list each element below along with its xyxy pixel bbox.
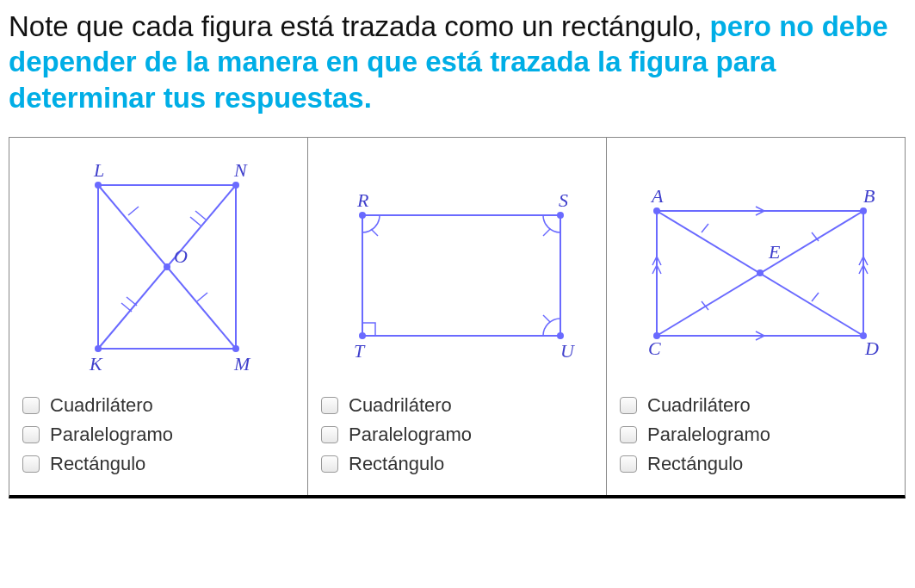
fig3-option-label-1: Paralelogramo: [647, 424, 770, 446]
fig2-option-label-1: Paralelogramo: [349, 424, 472, 446]
fig2-option-rectangulo: Rectángulo: [321, 453, 593, 475]
fig2-option-paralelogramo: Paralelogramo: [321, 424, 593, 446]
svg-line-7: [127, 297, 137, 306]
svg-point-30: [860, 207, 867, 214]
fig2-checkbox-rectangulo[interactable]: [321, 455, 338, 473]
fig2-checkbox-cuadrilatero[interactable]: [321, 397, 338, 414]
figure-2-canvas: R S T U: [321, 146, 593, 387]
svg-line-3: [128, 207, 139, 215]
figures-panel: L N K M O Cuadrilátero Paralelogramo: [9, 137, 906, 498]
fig3-checkbox-paralelogramo[interactable]: [620, 426, 637, 443]
fig3-label-D: D: [864, 337, 879, 359]
fig2-option-label-0: Cuadrilátero: [349, 394, 452, 417]
fig3-label-B: B: [863, 185, 875, 207]
svg-point-12: [232, 345, 239, 352]
fig1-option-label-0: Cuadrilátero: [50, 394, 153, 417]
svg-point-29: [653, 207, 660, 214]
instruction-plain: Note que cada figura está trazada como u…: [9, 10, 710, 42]
svg-line-6: [190, 217, 201, 226]
fig3-checkbox-cuadrilatero[interactable]: [620, 397, 637, 414]
figure-3-svg: A B C D E: [622, 164, 889, 370]
fig3-label-E: E: [768, 241, 781, 263]
svg-rect-14: [362, 215, 560, 336]
fig2-label-R: R: [356, 189, 369, 211]
figure-cell-2: R S T U Cuadrilátero Paralelogramo Rect: [308, 138, 607, 495]
svg-point-9: [95, 182, 102, 189]
fig3-label-C: C: [648, 337, 661, 359]
svg-line-5: [195, 211, 206, 220]
fig3-option-cuadrilatero: Cuadrilátero: [620, 394, 892, 417]
svg-point-10: [232, 182, 239, 189]
fig1-label-N: N: [233, 159, 248, 181]
fig3-option-rectangulo: Rectángulo: [620, 453, 892, 475]
svg-line-8: [121, 303, 132, 312]
fig2-label-S: S: [559, 189, 568, 211]
figure-1-svg: L N K M O: [46, 151, 270, 383]
svg-point-33: [757, 269, 764, 276]
svg-point-19: [557, 212, 564, 219]
fig2-option-label-2: Rectángulo: [349, 453, 444, 475]
fig1-label-M: M: [233, 353, 251, 374]
figure-1-canvas: L N K M O: [22, 146, 294, 387]
fig1-checkbox-rectangulo[interactable]: [22, 455, 40, 473]
figure-cell-1: L N K M O Cuadrilátero Paralelogramo: [9, 138, 308, 495]
fig1-checkbox-cuadrilatero[interactable]: [22, 397, 40, 414]
instruction-text: Note que cada figura está trazada como u…: [9, 9, 906, 115]
fig1-label-L: L: [93, 159, 104, 181]
svg-point-21: [557, 332, 564, 339]
fig3-option-label-0: Cuadrilátero: [647, 394, 751, 417]
svg-line-26: [812, 293, 819, 301]
fig2-checkbox-paralelogramo[interactable]: [321, 426, 338, 443]
svg-line-17: [543, 315, 550, 322]
fig1-checkbox-paralelogramo[interactable]: [22, 426, 40, 443]
fig3-checkbox-rectangulo[interactable]: [620, 455, 637, 473]
figure-3-canvas: A B C D E: [620, 146, 892, 387]
fig3-options: Cuadrilátero Paralelogramo Rectángulo: [620, 394, 892, 475]
fig1-label-O: O: [174, 245, 188, 267]
fig3-option-label-2: Rectángulo: [647, 453, 743, 475]
fig1-option-rectangulo: Rectángulo: [22, 453, 294, 475]
svg-line-15: [371, 229, 378, 236]
fig3-label-A: A: [650, 185, 664, 207]
fig2-label-T: T: [354, 340, 366, 362]
svg-line-4: [197, 293, 207, 301]
fig2-label-U: U: [560, 340, 576, 362]
exercise-page: Note que cada figura está trazada como u…: [0, 0, 915, 498]
svg-point-18: [359, 212, 366, 219]
svg-point-13: [164, 263, 170, 270]
svg-point-20: [359, 332, 366, 339]
svg-line-16: [543, 229, 550, 236]
figure-cell-3: A B C D E Cuadrilátero Paralelogramo: [607, 138, 905, 495]
fig1-label-K: K: [89, 353, 103, 374]
fig1-options: Cuadrilátero Paralelogramo Rectángulo: [22, 394, 294, 475]
fig2-options: Cuadrilátero Paralelogramo Rectángulo: [321, 394, 593, 475]
fig1-option-cuadrilatero: Cuadrilátero: [22, 394, 294, 417]
fig1-option-paralelogramo: Paralelogramo: [22, 424, 294, 446]
svg-line-25: [702, 224, 708, 232]
fig3-option-paralelogramo: Paralelogramo: [620, 424, 892, 446]
figure-2-svg: R S T U: [328, 164, 586, 370]
fig1-option-label-2: Rectángulo: [50, 453, 145, 475]
fig1-option-label-1: Paralelogramo: [50, 424, 173, 446]
fig2-option-cuadrilatero: Cuadrilátero: [321, 394, 593, 417]
svg-point-11: [95, 345, 102, 352]
